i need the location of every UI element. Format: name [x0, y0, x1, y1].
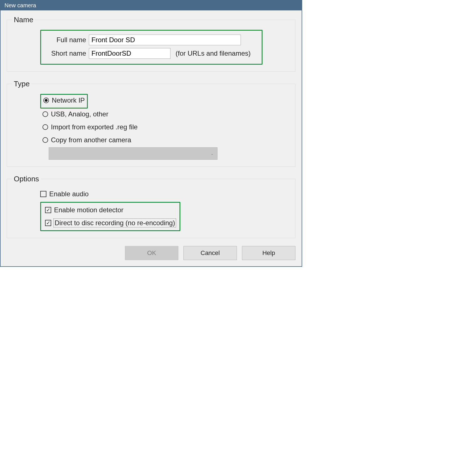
- group-name-legend: Name: [12, 15, 35, 24]
- help-button[interactable]: Help: [242, 246, 295, 260]
- radio-icon: [42, 137, 48, 143]
- dialog-buttons: OK Cancel Help: [7, 246, 295, 260]
- full-name-label: Full name: [47, 36, 89, 44]
- radio-import-reg[interactable]: Import from exported .reg file: [40, 121, 290, 133]
- short-name-label: Short name: [47, 49, 89, 57]
- checkbox-icon: ✓: [45, 220, 51, 226]
- check-enable-motion[interactable]: ✓ Enable motion detector: [45, 205, 176, 215]
- short-name-input[interactable]: [89, 48, 171, 59]
- radio-icon: [43, 98, 49, 103]
- check-enable-audio-label: Enable audio: [49, 190, 89, 198]
- check-enable-audio[interactable]: Enable audio: [40, 189, 290, 199]
- ok-button[interactable]: OK: [125, 246, 178, 260]
- check-enable-motion-label: Enable motion detector: [54, 206, 124, 214]
- copy-from-camera-dropdown[interactable]: ⌄: [49, 147, 217, 160]
- group-type-legend: Type: [12, 80, 31, 88]
- type-highlight-box: Network IP: [40, 94, 88, 109]
- new-camera-dialog: New camera Name Full name Short name (fo…: [0, 0, 302, 267]
- name-highlight-box: Full name Short name (for URLs and filen…: [40, 30, 263, 65]
- radio-icon: [42, 111, 48, 117]
- group-options-legend: Options: [12, 175, 41, 183]
- group-options: Options Enable audio ✓ Enable motion det…: [7, 175, 295, 238]
- cancel-button[interactable]: Cancel: [183, 246, 237, 260]
- radio-icon: [42, 124, 48, 130]
- radio-network-ip-label: Network IP: [52, 96, 85, 104]
- window-title: New camera: [5, 2, 36, 8]
- short-name-hint: (for URLs and filenames): [176, 49, 251, 57]
- group-type: Type Network IP USB, Analog, other Impor…: [7, 80, 295, 167]
- group-name: Name Full name Short name (for URLs and …: [7, 15, 295, 72]
- checkbox-icon: ✓: [45, 207, 51, 213]
- radio-usb-analog-label: USB, Analog, other: [51, 110, 108, 118]
- window-titlebar: New camera: [1, 1, 302, 10]
- radio-network-ip[interactable]: Network IP: [41, 95, 87, 106]
- check-direct-to-disc-label: Direct to disc recording (no re-encoding…: [54, 219, 176, 227]
- radio-usb-analog[interactable]: USB, Analog, other: [40, 109, 290, 120]
- chevron-down-icon: ⌄: [210, 151, 214, 156]
- radio-copy-camera-label: Copy from another camera: [51, 136, 131, 144]
- options-highlight-box: ✓ Enable motion detector ✓ Direct to dis…: [40, 202, 180, 231]
- radio-import-reg-label: Import from exported .reg file: [51, 123, 138, 131]
- checkbox-icon: [40, 191, 46, 197]
- dialog-body: Name Full name Short name (for URLs and …: [1, 10, 302, 266]
- check-direct-to-disc[interactable]: ✓ Direct to disc recording (no re-encodi…: [45, 218, 176, 228]
- full-name-input[interactable]: [89, 35, 241, 45]
- radio-copy-camera[interactable]: Copy from another camera: [40, 134, 290, 146]
